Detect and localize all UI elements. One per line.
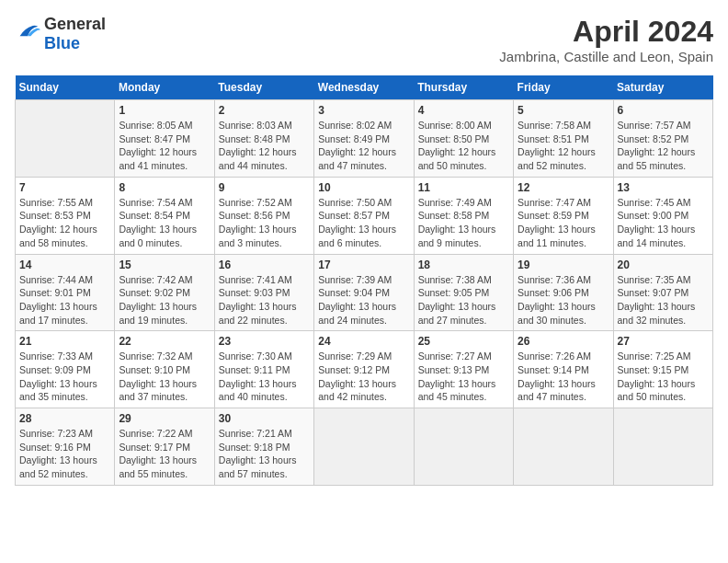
calendar-cell: 24Sunrise: 7:29 AMSunset: 9:12 PMDayligh… — [314, 331, 414, 408]
calendar-cell: 6Sunrise: 7:57 AMSunset: 8:52 PMDaylight… — [613, 100, 712, 178]
day-number: 7 — [19, 181, 110, 194]
logo-icon — [15, 23, 40, 45]
day-info: Sunrise: 7:50 AMSunset: 8:57 PMDaylight:… — [318, 196, 409, 250]
calendar-cell: 15Sunrise: 7:42 AMSunset: 9:02 PMDayligh… — [115, 254, 214, 331]
day-info: Sunrise: 7:33 AMSunset: 9:09 PMDaylight:… — [19, 350, 110, 404]
header-day-saturday: Saturday — [613, 75, 712, 100]
header-row: SundayMondayTuesdayWednesdayThursdayFrid… — [16, 75, 713, 100]
day-info: Sunrise: 7:27 AMSunset: 9:13 PMDaylight:… — [418, 350, 509, 404]
day-number: 14 — [19, 259, 110, 271]
day-info: Sunrise: 7:54 AMSunset: 8:54 PMDaylight:… — [119, 196, 210, 250]
calendar-cell: 14Sunrise: 7:44 AMSunset: 9:01 PMDayligh… — [16, 254, 115, 331]
week-row-1: 1Sunrise: 8:05 AMSunset: 8:47 PMDaylight… — [16, 100, 713, 178]
title-block: April 2024 Jambrina, Castille and Leon, … — [499, 15, 713, 64]
logo-blue: Blue — [44, 34, 80, 52]
header-day-wednesday: Wednesday — [314, 75, 414, 100]
calendar-cell: 28Sunrise: 7:23 AMSunset: 9:16 PMDayligh… — [16, 408, 115, 486]
calendar-cell: 29Sunrise: 7:22 AMSunset: 9:17 PMDayligh… — [115, 408, 214, 486]
day-number: 16 — [219, 259, 310, 271]
day-number: 25 — [418, 335, 509, 348]
day-number: 21 — [19, 335, 110, 348]
calendar-cell: 18Sunrise: 7:38 AMSunset: 9:05 PMDayligh… — [414, 254, 513, 331]
calendar-cell: 11Sunrise: 7:49 AMSunset: 8:58 PMDayligh… — [414, 177, 513, 254]
calendar-cell — [314, 408, 414, 486]
calendar-cell: 9Sunrise: 7:52 AMSunset: 8:56 PMDaylight… — [214, 177, 313, 254]
day-info: Sunrise: 7:44 AMSunset: 9:01 PMDaylight:… — [19, 273, 110, 327]
day-number: 3 — [318, 104, 409, 117]
calendar-cell: 4Sunrise: 8:00 AMSunset: 8:50 PMDaylight… — [414, 100, 513, 178]
calendar-cell — [514, 408, 613, 486]
calendar-cell: 27Sunrise: 7:25 AMSunset: 9:15 PMDayligh… — [613, 331, 712, 408]
day-info: Sunrise: 7:30 AMSunset: 9:11 PMDaylight:… — [219, 350, 310, 404]
day-number: 23 — [219, 335, 310, 348]
header-day-monday: Monday — [115, 75, 214, 100]
day-number: 4 — [418, 104, 509, 117]
calendar-cell: 21Sunrise: 7:33 AMSunset: 9:09 PMDayligh… — [16, 331, 115, 408]
day-info: Sunrise: 7:23 AMSunset: 9:16 PMDaylight:… — [19, 427, 110, 481]
day-info: Sunrise: 7:47 AMSunset: 8:59 PMDaylight:… — [518, 196, 609, 250]
day-info: Sunrise: 7:45 AMSunset: 9:00 PMDaylight:… — [618, 196, 709, 250]
day-info: Sunrise: 7:35 AMSunset: 9:07 PMDaylight:… — [618, 273, 709, 327]
calendar-cell — [414, 408, 513, 486]
day-number: 9 — [219, 181, 310, 194]
day-info: Sunrise: 8:03 AMSunset: 8:48 PMDaylight:… — [219, 119, 310, 173]
logo-general: General — [44, 15, 106, 33]
day-number: 13 — [618, 181, 709, 194]
day-number: 6 — [618, 104, 709, 117]
day-info: Sunrise: 7:42 AMSunset: 9:02 PMDaylight:… — [119, 273, 210, 327]
day-info: Sunrise: 7:55 AMSunset: 8:53 PMDaylight:… — [19, 196, 110, 250]
calendar-cell: 17Sunrise: 7:39 AMSunset: 9:04 PMDayligh… — [314, 254, 414, 331]
day-number: 1 — [119, 104, 210, 117]
week-row-4: 21Sunrise: 7:33 AMSunset: 9:09 PMDayligh… — [16, 331, 713, 408]
calendar-cell: 3Sunrise: 8:02 AMSunset: 8:49 PMDaylight… — [314, 100, 414, 178]
calendar-cell: 10Sunrise: 7:50 AMSunset: 8:57 PMDayligh… — [314, 177, 414, 254]
calendar-cell: 20Sunrise: 7:35 AMSunset: 9:07 PMDayligh… — [613, 254, 712, 331]
calendar-cell: 26Sunrise: 7:26 AMSunset: 9:14 PMDayligh… — [514, 331, 613, 408]
day-info: Sunrise: 7:25 AMSunset: 9:15 PMDaylight:… — [618, 350, 709, 404]
page-header: General Blue April 2024 Jambrina, Castil… — [15, 15, 713, 64]
calendar-cell: 2Sunrise: 8:03 AMSunset: 8:48 PMDaylight… — [214, 100, 313, 178]
calendar-cell: 22Sunrise: 7:32 AMSunset: 9:10 PMDayligh… — [115, 331, 214, 408]
calendar-cell: 23Sunrise: 7:30 AMSunset: 9:11 PMDayligh… — [214, 331, 313, 408]
calendar-cell: 8Sunrise: 7:54 AMSunset: 8:54 PMDaylight… — [115, 177, 214, 254]
day-number: 2 — [219, 104, 310, 117]
day-number: 10 — [318, 181, 409, 194]
day-info: Sunrise: 7:29 AMSunset: 9:12 PMDaylight:… — [318, 350, 409, 404]
day-number: 20 — [618, 259, 709, 271]
calendar-cell: 25Sunrise: 7:27 AMSunset: 9:13 PMDayligh… — [414, 331, 513, 408]
day-info: Sunrise: 7:38 AMSunset: 9:05 PMDaylight:… — [418, 273, 509, 327]
day-number: 19 — [518, 259, 609, 271]
day-info: Sunrise: 7:22 AMSunset: 9:17 PMDaylight:… — [119, 427, 210, 481]
day-info: Sunrise: 7:41 AMSunset: 9:03 PMDaylight:… — [219, 273, 310, 327]
calendar-cell: 30Sunrise: 7:21 AMSunset: 9:18 PMDayligh… — [214, 408, 313, 486]
day-info: Sunrise: 7:58 AMSunset: 8:51 PMDaylight:… — [518, 119, 609, 173]
day-number: 28 — [19, 412, 110, 425]
day-info: Sunrise: 7:32 AMSunset: 9:10 PMDaylight:… — [119, 350, 210, 404]
day-number: 24 — [318, 335, 409, 348]
day-info: Sunrise: 7:39 AMSunset: 9:04 PMDaylight:… — [318, 273, 409, 327]
day-number: 22 — [119, 335, 210, 348]
calendar-cell: 19Sunrise: 7:36 AMSunset: 9:06 PMDayligh… — [514, 254, 613, 331]
week-row-5: 28Sunrise: 7:23 AMSunset: 9:16 PMDayligh… — [16, 408, 713, 486]
day-info: Sunrise: 7:52 AMSunset: 8:56 PMDaylight:… — [219, 196, 310, 250]
day-info: Sunrise: 8:05 AMSunset: 8:47 PMDaylight:… — [119, 119, 210, 173]
calendar-cell: 12Sunrise: 7:47 AMSunset: 8:59 PMDayligh… — [514, 177, 613, 254]
calendar-cell — [16, 100, 115, 178]
calendar-cell: 5Sunrise: 7:58 AMSunset: 8:51 PMDaylight… — [514, 100, 613, 178]
day-number: 30 — [219, 412, 310, 425]
day-number: 26 — [518, 335, 609, 348]
day-number: 5 — [518, 104, 609, 117]
day-number: 15 — [119, 259, 210, 271]
day-info: Sunrise: 7:49 AMSunset: 8:58 PMDaylight:… — [418, 196, 509, 250]
header-day-thursday: Thursday — [414, 75, 513, 100]
header-day-sunday: Sunday — [16, 75, 115, 100]
calendar-cell: 7Sunrise: 7:55 AMSunset: 8:53 PMDaylight… — [16, 177, 115, 254]
day-info: Sunrise: 8:02 AMSunset: 8:49 PMDaylight:… — [318, 119, 409, 173]
calendar-cell: 16Sunrise: 7:41 AMSunset: 9:03 PMDayligh… — [214, 254, 313, 331]
day-number: 8 — [119, 181, 210, 194]
day-number: 12 — [518, 181, 609, 194]
calendar-cell: 13Sunrise: 7:45 AMSunset: 9:00 PMDayligh… — [613, 177, 712, 254]
day-info: Sunrise: 7:36 AMSunset: 9:06 PMDaylight:… — [518, 273, 609, 327]
calendar-title: April 2024 — [499, 15, 713, 49]
week-row-2: 7Sunrise: 7:55 AMSunset: 8:53 PMDaylight… — [16, 177, 713, 254]
